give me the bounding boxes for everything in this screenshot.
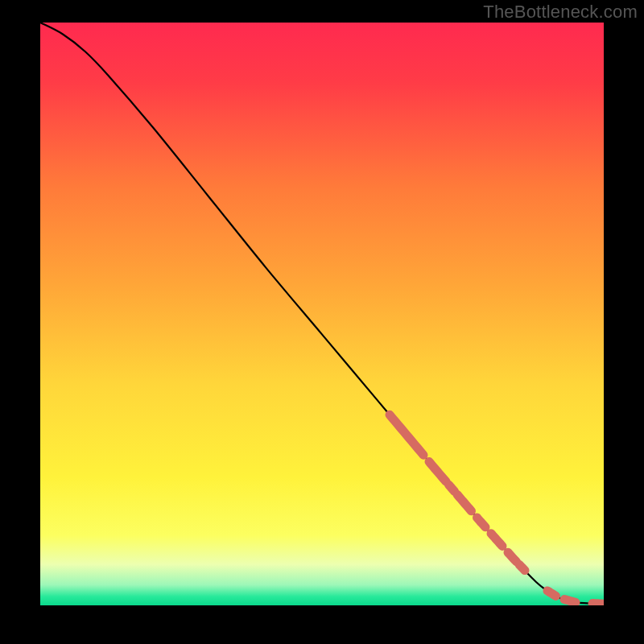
plot-area: [40, 23, 604, 605]
plot-svg: [40, 23, 604, 605]
highlight-dash: [564, 600, 576, 603]
chart-frame: TheBottleneck.com: [0, 0, 644, 644]
highlight-dash: [592, 603, 604, 604]
gradient-background: [40, 23, 604, 605]
highlight-dash: [519, 564, 525, 570]
attribution-text: TheBottleneck.com: [483, 2, 638, 23]
highlight-dash: [547, 591, 556, 597]
highlight-dash: [449, 485, 455, 491]
